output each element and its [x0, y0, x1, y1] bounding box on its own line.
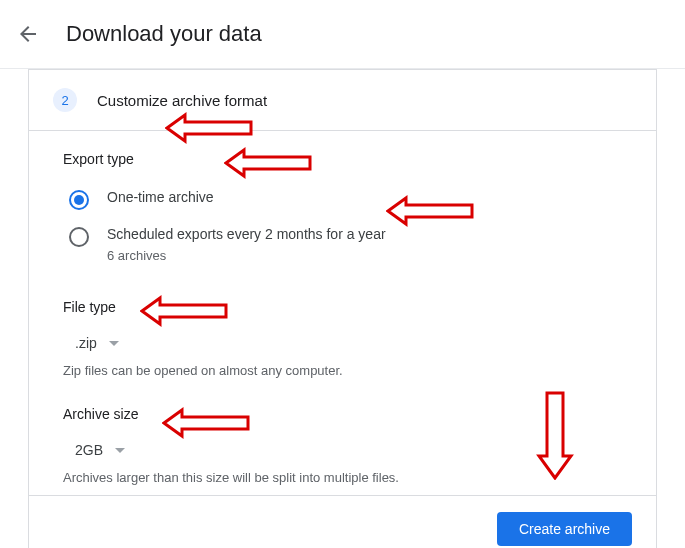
radio-label: One-time archive: [107, 189, 214, 205]
archive-size-dropdown[interactable]: 2GB: [63, 436, 137, 464]
file-type-dropdown[interactable]: .zip: [63, 329, 131, 357]
radio-icon: [69, 227, 89, 247]
step-title: Customize archive format: [97, 92, 267, 109]
export-type-label: Export type: [63, 151, 622, 167]
archive-size-helper: Archives larger than this size will be s…: [63, 470, 622, 485]
chevron-down-icon: [109, 341, 119, 346]
back-button[interactable]: [8, 14, 48, 54]
radio-sublabel: 6 archives: [107, 248, 386, 263]
step-number: 2: [53, 88, 77, 112]
step-header: 2 Customize archive format: [29, 70, 656, 131]
card-body: Export type One-time archive Scheduled e…: [29, 131, 656, 495]
file-type-label: File type: [63, 299, 622, 315]
file-type-helper: Zip files can be opened on almost any co…: [63, 363, 622, 378]
file-type-value: .zip: [75, 335, 97, 351]
archive-size-value: 2GB: [75, 442, 103, 458]
archive-size-label: Archive size: [63, 406, 622, 422]
archive-format-card: 2 Customize archive format Export type O…: [28, 69, 657, 548]
radio-icon: [69, 190, 89, 210]
radio-label: Scheduled exports every 2 months for a y…: [107, 226, 386, 242]
chevron-down-icon: [115, 448, 125, 453]
create-archive-button[interactable]: Create archive: [497, 512, 632, 546]
radio-one-time-archive[interactable]: One-time archive: [63, 181, 622, 218]
page-title: Download your data: [66, 21, 262, 47]
arrow-back-icon: [16, 22, 40, 46]
radio-scheduled-exports[interactable]: Scheduled exports every 2 months for a y…: [63, 218, 622, 271]
card-footer: Create archive: [29, 495, 656, 548]
page-header: Download your data: [0, 0, 685, 69]
